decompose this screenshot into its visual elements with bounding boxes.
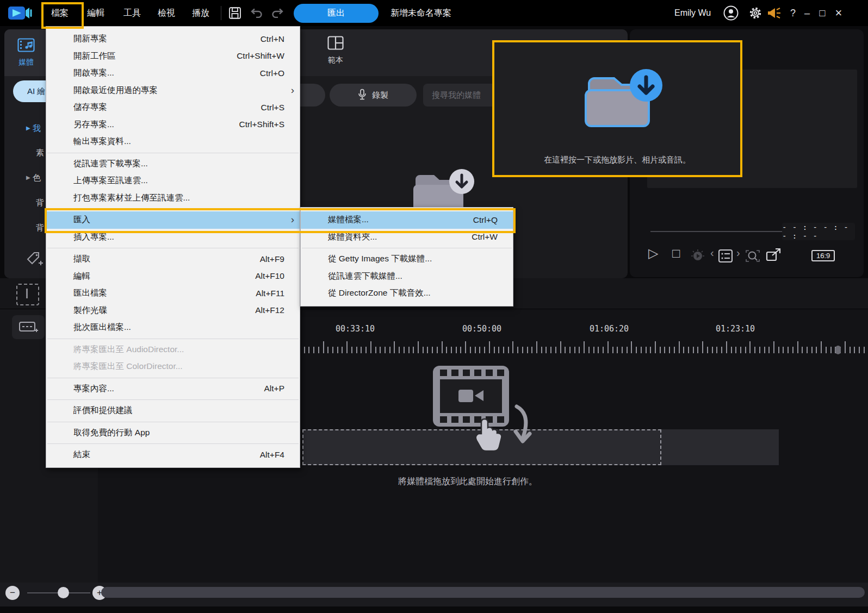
sidebar-item-assets[interactable]: 素 (36, 148, 44, 158)
user-name[interactable]: Emily Wu (674, 8, 711, 18)
import-submenu-item[interactable]: 媒體檔案...Ctrl+Q (301, 211, 513, 229)
file-menu-item[interactable]: 儲存專案Ctrl+S (46, 99, 300, 116)
zoom-slider-thumb[interactable] (58, 587, 69, 598)
menu-item-label: 將專案匯出至 AudioDirector... (73, 344, 184, 355)
menu-separator (47, 153, 299, 153)
preview-zoom-icon[interactable] (745, 249, 760, 265)
template-tab-label: 範本 (328, 55, 343, 65)
project-title: 新增未命名專案 (390, 8, 451, 19)
avatar-icon[interactable] (723, 5, 739, 23)
menu-item-shortcut: Ctrl+Shift+W (237, 51, 292, 61)
ruler-tick (811, 347, 813, 353)
import-submenu-item[interactable]: 從訊連雲下載媒體... (301, 268, 513, 285)
sidebar-item-background-1[interactable]: 背 (36, 198, 44, 208)
menu-item-label: 開新專案 (73, 33, 107, 45)
maximize-icon[interactable]: □ (816, 0, 829, 26)
ruler-tick (740, 347, 741, 353)
add-tag-icon[interactable] (25, 249, 44, 270)
ruler-tick (617, 347, 618, 353)
file-menu-item[interactable]: 開啟最近使用過的專案› (46, 82, 300, 99)
ruler-tick (745, 347, 746, 353)
import-submenu-item[interactable]: 媒體資料夾...Ctrl+W (301, 229, 513, 246)
announcement-megaphone-icon[interactable] (767, 7, 782, 21)
ruler-tick (545, 347, 547, 353)
save-icon[interactable] (228, 7, 241, 22)
aspect-ratio-badge[interactable]: 16:9 (811, 250, 835, 261)
ruler-tick (783, 347, 784, 353)
file-menu-item[interactable]: 將專案匯出至 AudioDirector... (46, 341, 300, 359)
import-submenu-item[interactable]: 從 DirectorZone 下載音效... (301, 285, 513, 302)
media-drop-panel[interactable]: 在這裡按一下或拖放影片、相片或音訊。 (492, 40, 742, 177)
file-menu-dropdown: 開新專案Ctrl+N開新工作區Ctrl+Shift+W開啟專案...Ctrl+O… (46, 26, 300, 468)
next-frame-icon[interactable]: › (736, 247, 740, 259)
ruler-tick (413, 347, 414, 353)
file-menu-item[interactable]: 輸出專案資料... (46, 133, 300, 151)
file-menu-item[interactable]: 批次匯出檔案... (46, 319, 300, 336)
file-menu-item[interactable]: 開新專案Ctrl+N (46, 30, 300, 48)
menubar-item[interactable]: 檢視 (152, 0, 181, 26)
settings-gear-icon[interactable] (748, 6, 762, 22)
menubar-item[interactable]: 工具 (118, 0, 146, 26)
file-menu-item[interactable]: 插入專案... (46, 229, 300, 246)
ruler-tick (797, 341, 798, 353)
tab-media-room[interactable]: 媒體 (4, 29, 48, 76)
menubar-item[interactable]: 檔案 (46, 0, 74, 26)
file-menu-item[interactable]: 匯入› (46, 211, 300, 229)
file-menu-item[interactable]: 打包專案素材並上傳至訊連雲... (46, 190, 300, 207)
app-window: 媒體 AI 繪 ▶ 我 素 ▶ 色 背 背 範本 錄製 搜尋我的媒體 (0, 0, 868, 613)
file-menu-item[interactable]: 匯出檔案Alt+F11 (46, 285, 300, 302)
ruler-tick (588, 347, 590, 353)
playback-progress-bar[interactable] (650, 231, 782, 232)
file-menu-item[interactable]: 結束Alt+F4 (46, 446, 300, 464)
menu-item-label: 擷取 (73, 253, 90, 265)
sidebar-item-background-2[interactable]: 背 (36, 223, 44, 233)
file-menu-item[interactable]: 從訊連雲下載專案... (46, 155, 300, 173)
file-menu-item[interactable]: 製作光碟Alt+F12 (46, 302, 300, 320)
import-submenu-item[interactable]: 從 Getty Images 下載媒體... (301, 251, 513, 268)
file-menu-item[interactable]: 另存專案...Ctrl+Shift+S (46, 116, 300, 134)
ruler-tick (788, 347, 789, 353)
file-menu-item[interactable]: 編輯Alt+F10 (46, 268, 300, 285)
playback-quality-button[interactable] (718, 249, 733, 265)
menubar-item[interactable]: 播放 (187, 0, 215, 26)
help-icon[interactable]: ? (786, 0, 799, 26)
file-menu-item[interactable]: 上傳專案至訊連雲... (46, 172, 300, 190)
range-select-icon[interactable] (16, 284, 39, 305)
tab-templates[interactable]: 範本 (318, 36, 353, 71)
export-button[interactable]: 匯出 (294, 4, 379, 23)
minimize-icon[interactable]: – (801, 0, 814, 26)
ruler-tick (850, 347, 851, 353)
file-menu-item[interactable]: 專案內容...Alt+P (46, 380, 300, 398)
file-menu-item[interactable]: 將專案匯出至 ColorDirector... (46, 358, 300, 376)
menu-item-label: 打包專案素材並上傳至訊連雲... (73, 192, 190, 204)
timeline-bottom-bar: − + (0, 583, 868, 606)
add-track-button[interactable] (12, 315, 45, 339)
sidebar-item-my-media[interactable]: ▶ 我 (26, 123, 41, 134)
file-menu-item[interactable]: 取得免費的行動 App (46, 424, 300, 442)
file-menu-item[interactable]: 擷取Alt+F9 (46, 251, 300, 268)
redo-icon[interactable] (271, 8, 285, 20)
file-menu-item[interactable]: 評價和提供建議 (46, 402, 300, 420)
ruler-scroll-thumb[interactable] (835, 346, 841, 354)
ruler-timestamp: 00:33:10 (336, 324, 375, 334)
timeline-horizontal-scrollbar[interactable] (101, 587, 865, 598)
ruler-tick (864, 347, 865, 353)
ruler-tick (721, 347, 722, 353)
file-menu-item[interactable]: 開啟專案...Ctrl+O (46, 65, 300, 82)
record-button[interactable]: 錄製 (330, 84, 417, 107)
previous-frame-icon[interactable]: ‹ (710, 247, 714, 259)
undock-preview-icon[interactable] (766, 248, 782, 265)
stop-button[interactable]: □ (672, 246, 680, 261)
file-menu-item[interactable]: 開新工作區Ctrl+Shift+W (46, 48, 300, 65)
play-button[interactable]: ▷ (648, 246, 658, 261)
undo-icon[interactable] (249, 8, 263, 20)
scrubber-icon[interactable] (691, 249, 705, 265)
sidebar-item-color-boards[interactable]: ▶ 色 (26, 173, 41, 183)
ruler-tick (423, 347, 424, 353)
ruler-tick (702, 341, 703, 353)
ruler-tick (631, 341, 632, 353)
menubar-item[interactable]: 編輯 (82, 0, 110, 26)
close-icon[interactable]: × (832, 0, 845, 26)
zoom-out-button[interactable]: − (5, 586, 20, 600)
ruler-tick (816, 347, 817, 353)
